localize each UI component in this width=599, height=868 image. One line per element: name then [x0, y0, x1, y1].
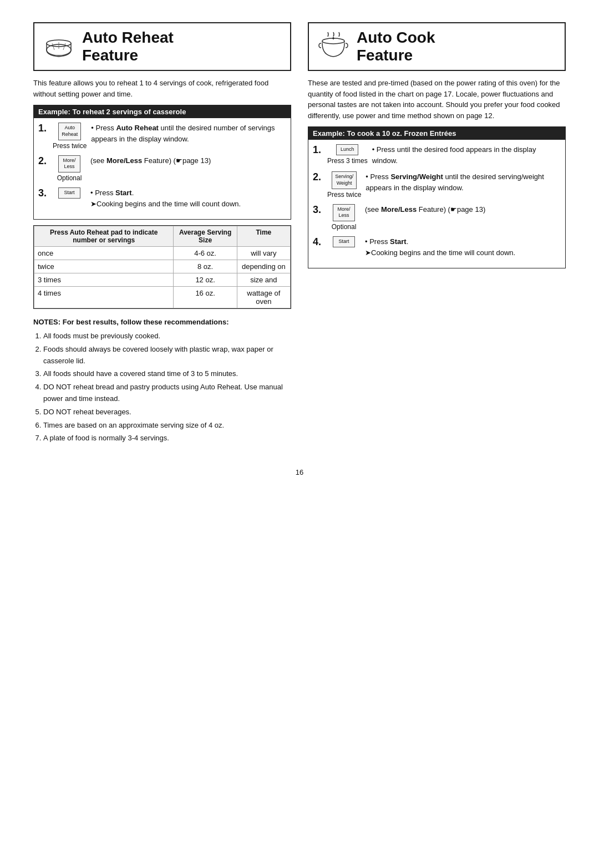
reheat-step-2: 2. More/Less Optional (see More/Less Fea… [38, 155, 286, 182]
list-item: A plate of food is normally 3-4 servings… [43, 433, 291, 444]
cook-icon [317, 31, 350, 63]
table-row: twice8 oz.depending on [34, 260, 291, 273]
reheat-step2-text: (see More/Less Feature) (☛page 13) [90, 155, 286, 166]
reheat-step-1: 1. AutoReheat Press twice • Press Auto R… [38, 123, 286, 149]
svg-rect-7 [333, 37, 334, 39]
cook-steps: 1. Lunch Press 3 times • Press until the… [308, 140, 565, 268]
reheat-intro-text: This feature allows you to reheat 1 to 4… [33, 78, 291, 99]
cook-example-box: Example: To cook a 10 oz. Frozen Entrées… [308, 126, 566, 268]
more-less-button-icon: More/Less [58, 155, 80, 172]
list-item: DO NOT reheat beverages. [43, 407, 291, 418]
right-column: Auto Cook Feature These are tested and p… [308, 22, 566, 274]
reheat-example-header: Example: To reheat 2 servings of cassero… [34, 105, 291, 118]
lunch-button-icon: Lunch [336, 144, 358, 155]
page-number: 16 [33, 468, 566, 476]
cook-step-2: 2. Serving/Weight Press twice • Press Se… [313, 171, 561, 198]
list-item: Times are based on an approximate servin… [43, 420, 291, 432]
cook-step1-icon-area: Lunch Press 3 times [327, 144, 368, 165]
serving-table-col2-header: Average Serving Size [174, 226, 237, 247]
reheat-icon [42, 32, 75, 62]
serving-table-col1-header: Press Auto Reheat pad to indicate number… [34, 226, 174, 247]
auto-cook-title: Auto Cook Feature [357, 29, 435, 64]
reheat-steps: 1. AutoReheat Press twice • Press Auto R… [34, 118, 291, 219]
notes-section: NOTES: For best results, follow these re… [33, 317, 291, 444]
auto-cook-header: Auto Cook Feature [308, 22, 566, 71]
left-column: Auto Reheat Feature This feature allows … [33, 22, 291, 446]
serving-table-col3-header: Time [237, 226, 290, 247]
cook-step1-label: Press 3 times [327, 157, 368, 165]
reheat-step2-label: Optional [57, 174, 82, 182]
cook-intro-text: These are tested and pre-timed (based on… [308, 78, 566, 121]
reheat-example-box: Example: To reheat 2 servings of cassero… [33, 105, 291, 220]
reheat-step1-label: Press twice [53, 142, 87, 150]
more-less-button-icon-cook: More/Less [333, 204, 355, 221]
cook-step1-text: • Press until the desired food appears i… [372, 144, 561, 166]
reheat-bowl-svg [42, 32, 75, 60]
cook-step3-icon-area: More/Less Optional [327, 204, 361, 231]
cook-pot-svg [317, 31, 350, 61]
reheat-step3-text: • Press Start.➤Cooking begins and the ti… [90, 187, 286, 209]
start-button-icon-reheat: Start [58, 187, 80, 199]
cook-step3-text: (see More/Less Feature) (☛page 13) [365, 204, 561, 215]
table-row: once4-6 oz.will vary [34, 247, 291, 260]
cook-step-4: 4. Start • Press Start.➤Cooking begins a… [313, 236, 561, 258]
table-row: 3 times12 oz.size and [34, 273, 291, 287]
cook-example-header: Example: To cook a 10 oz. Frozen Entrées [308, 127, 565, 140]
notes-title: NOTES: For best results, follow these re… [33, 317, 291, 328]
cook-step3-label: Optional [332, 223, 357, 231]
auto-reheat-title: Auto Reheat Feature [82, 29, 174, 64]
cook-step2-text: • Press Serving/Weight until the desired… [366, 171, 561, 193]
serving-table: Press Auto Reheat pad to indicate number… [33, 225, 291, 309]
cook-step4-icon-area: Start [327, 236, 361, 247]
notes-list: All foods must be previously cooked. Foo… [33, 331, 291, 444]
cook-step-1: 1. Lunch Press 3 times • Press until the… [313, 144, 561, 166]
list-item: All foods should have a covered stand ti… [43, 368, 291, 380]
list-item: Foods should always be covered loosely w… [43, 344, 291, 367]
serving-weight-button-icon: Serving/Weight [332, 171, 357, 189]
page-layout: Auto Reheat Feature This feature allows … [33, 22, 566, 446]
table-row: 4 times16 oz.wattage of oven [34, 287, 291, 308]
auto-reheat-header: Auto Reheat Feature [33, 22, 291, 71]
reheat-step3-icon-area: Start [53, 187, 86, 199]
cook-step2-icon-area: Serving/Weight Press twice [327, 171, 361, 198]
cook-step-3: 3. More/Less Optional (see More/Less Fea… [313, 204, 561, 231]
auto-reheat-button-icon: AutoReheat [58, 123, 81, 140]
reheat-step-3: 3. Start • Press Start.➤Cooking begins a… [38, 187, 286, 209]
start-button-icon-cook: Start [333, 236, 355, 247]
reheat-step1-text: • Press Auto Reheat until the desired nu… [91, 123, 286, 144]
cook-step4-text: • Press Start.➤Cooking begins and the ti… [365, 236, 561, 258]
reheat-step2-icon-area: More/Less Optional [53, 155, 86, 182]
cook-step2-label: Press twice [327, 191, 361, 199]
list-item: DO NOT reheat bread and pastry products … [43, 382, 291, 405]
list-item: All foods must be previously cooked. [43, 331, 291, 342]
reheat-step1-icon-area: AutoReheat Press twice [53, 123, 87, 149]
